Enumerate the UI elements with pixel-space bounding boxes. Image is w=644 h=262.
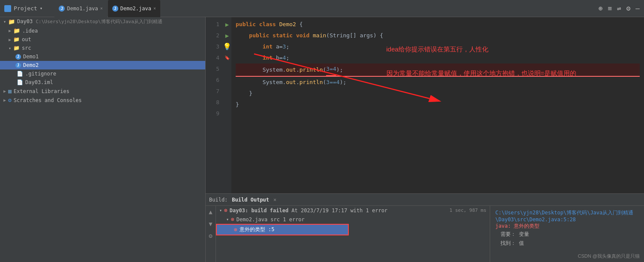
tab-demo2[interactable]: J Demo2.java × bbox=[108, 0, 160, 17]
tab-demo1-close[interactable]: × bbox=[100, 6, 103, 11]
arrow-day03: ▾ bbox=[3, 19, 6, 24]
sidebar-item-src[interactable]: ▾ 📁 src bbox=[0, 44, 205, 52]
tab-demo2-label: Demo2.java bbox=[120, 6, 151, 12]
sidebar-item-day03[interactable]: ▾ 📁 Day03 C:\Users\yjn28\Desktop\博客代码\Ja… bbox=[0, 17, 205, 26]
build-time: 1 sec, 987 ms bbox=[449, 208, 486, 213]
build-item-day03[interactable]: ▾ ⊗ Day03: build failed At 2023/7/19 17:… bbox=[216, 206, 490, 215]
editor-tab-bar: J Demo1.java × J Demo2.java × bbox=[54, 0, 160, 17]
code-line-1: public class Demo2 { bbox=[236, 19, 640, 30]
build-scroll-up[interactable]: ▲ bbox=[207, 208, 215, 216]
code-line-5: System.out.println(3=4); bbox=[236, 63, 640, 77]
arrow-out: ▶ bbox=[9, 37, 11, 42]
sidebar-item-gitignore[interactable]: 📄 .gitignore bbox=[0, 69, 205, 78]
project-sidebar: ▾ 📁 Day03 C:\Users\yjn28\Desktop\博客代码\Ja… bbox=[0, 17, 206, 262]
code-line-6: System.out.println(3==4); bbox=[236, 77, 640, 88]
build-error-line3: 找到： 值 bbox=[495, 239, 639, 248]
line-numbers: 1 2 3 4 5 6 7 8 9 bbox=[206, 17, 223, 193]
scratches-icon: ⚙ bbox=[8, 97, 12, 103]
arrow-idea: ▶ bbox=[9, 28, 11, 33]
iml-label: Day03.iml bbox=[25, 79, 53, 85]
code-line-2: public static void main(String[] args) { bbox=[236, 30, 640, 41]
iml-file-icon: 📄 bbox=[17, 79, 23, 85]
ext-libs-icon: ▦ bbox=[8, 88, 12, 94]
code-line-8: } bbox=[236, 99, 640, 110]
tab-demo1[interactable]: J Demo1.java × bbox=[54, 0, 107, 17]
build-error-line1: java: 意外的类型 bbox=[495, 223, 639, 230]
build-error-detail-label: 意外的类型 :5 bbox=[240, 226, 275, 233]
demo2-java-icon: J bbox=[112, 6, 118, 12]
demo1-icon: J bbox=[15, 54, 21, 60]
demo2-label: Demo2 bbox=[23, 62, 39, 68]
project-title-area: Project ▾ bbox=[4, 5, 42, 12]
build-error-line2: 需要： 变量 bbox=[495, 230, 639, 239]
build-error-icon-demo2: ⊗ bbox=[231, 216, 234, 223]
idea-folder-icon: 📁 bbox=[13, 27, 20, 34]
build-error-icon-detail: ⊗ bbox=[234, 226, 237, 233]
sidebar-item-idea[interactable]: ▶ 📁 .idea bbox=[0, 26, 205, 35]
build-left-panel: ▾ ⊗ Day03: build failed At 2023/7/19 17:… bbox=[216, 206, 490, 262]
src-folder-icon: 📁 bbox=[13, 45, 20, 51]
build-file-link[interactable]: C:\Users\yjn28\Desktop\博客代码\Java从入门到精通\D… bbox=[495, 210, 633, 223]
code-editor[interactable]: public class Demo2 { public static void … bbox=[231, 17, 644, 193]
csdn-watermark: CSDN @我头像真的只是只猫 bbox=[578, 253, 640, 259]
editor-content: 1 2 3 4 5 6 7 8 9 ▶ ▶ 💡 🔖 bbox=[206, 17, 644, 193]
editor-gutter: ▶ ▶ 💡 🔖 bbox=[223, 17, 231, 193]
code-line-7: } bbox=[236, 88, 640, 99]
build-item-error-detail[interactable]: ⊗ 意外的类型 :5 bbox=[216, 224, 349, 235]
project-dropdown-arrow[interactable]: ▾ bbox=[40, 6, 43, 11]
gitignore-label: .gitignore bbox=[25, 71, 56, 77]
list-icon[interactable]: ≡ bbox=[608, 4, 612, 12]
arrow-scratches: ▶ bbox=[3, 98, 6, 102]
expand-demo2-src[interactable]: ▾ bbox=[226, 217, 229, 222]
sidebar-item-ext-libs[interactable]: ▶ ▦ External Libraries bbox=[0, 87, 205, 96]
ext-libs-label: External Libraries bbox=[14, 88, 69, 94]
bulb-icon[interactable]: 💡 bbox=[223, 41, 231, 52]
project-label: Project bbox=[14, 5, 37, 12]
split-icon[interactable]: ⇌ bbox=[617, 4, 621, 12]
build-demo2-label: Demo2.java src 1 error bbox=[237, 217, 305, 223]
out-label: out bbox=[22, 36, 31, 42]
sidebar-item-demo2[interactable]: J Demo2 bbox=[0, 61, 205, 69]
add-icon[interactable]: ⊕ bbox=[599, 4, 603, 12]
build-tab-bar: Build: Build Output × bbox=[206, 194, 644, 206]
demo1-label: Demo1 bbox=[23, 54, 39, 60]
tab-demo2-close[interactable]: × bbox=[153, 6, 156, 11]
day03-folder-icon: 📁 bbox=[8, 18, 15, 25]
build-label: Build: bbox=[209, 197, 228, 203]
arrow-src: ▾ bbox=[9, 46, 11, 51]
arrow-ext-libs: ▶ bbox=[3, 89, 6, 93]
title-action-icons: ⊕ ≡ ⇌ ⚙ — bbox=[599, 4, 640, 12]
build-item-demo2-src[interactable]: ▾ ⊗ Demo2.java src 1 error bbox=[216, 215, 490, 224]
tab-demo1-label: Demo1.java bbox=[67, 6, 98, 12]
sidebar-item-demo1[interactable]: J Demo1 bbox=[0, 52, 205, 61]
run-line2-btn[interactable]: ▶ bbox=[223, 30, 231, 41]
build-side-toolbar: ▲ ▼ ⚙ bbox=[206, 206, 216, 262]
sidebar-item-iml[interactable]: 📄 Day03.iml bbox=[0, 78, 205, 87]
bookmark-line6: 🔖 bbox=[223, 52, 231, 63]
build-tool-btn[interactable]: ⚙ bbox=[207, 232, 215, 240]
out-folder-icon: 📁 bbox=[13, 36, 20, 42]
gitignore-file-icon: 📄 bbox=[17, 71, 23, 77]
minimize-icon[interactable]: — bbox=[635, 4, 640, 12]
settings-icon[interactable]: ⚙ bbox=[626, 4, 631, 12]
build-output-tab[interactable]: Build Output bbox=[232, 197, 269, 203]
code-line-4: int b=4; bbox=[236, 52, 640, 63]
build-panel: Build: Build Output × ▲ ▼ ⚙ ▾ bbox=[206, 193, 644, 262]
sidebar-item-out[interactable]: ▶ 📁 out bbox=[0, 35, 205, 44]
editor-area: 1 2 3 4 5 6 7 8 9 ▶ ▶ 💡 🔖 bbox=[206, 17, 644, 262]
day03-label: Day03 C:\Users\yjn28\Desktop\博客代码\Java从入… bbox=[17, 18, 162, 25]
main-content: ▾ 📁 Day03 C:\Users\yjn28\Desktop\博客代码\Ja… bbox=[0, 17, 644, 262]
src-label: src bbox=[22, 45, 31, 51]
project-icon bbox=[4, 5, 11, 12]
code-line-3: int a=3; bbox=[236, 41, 640, 52]
expand-day03[interactable]: ▾ bbox=[219, 208, 222, 213]
sidebar-item-scratches[interactable]: ▶ ⚙ Scratches and Consoles bbox=[0, 96, 205, 105]
build-output-close[interactable]: × bbox=[273, 197, 276, 203]
demo1-java-icon: J bbox=[59, 6, 65, 12]
build-scroll-down[interactable]: ▼ bbox=[207, 220, 215, 228]
run-line1-btn[interactable]: ▶ bbox=[223, 19, 231, 30]
build-day03-label: Day03: build failed At 2023/7/19 17:17 w… bbox=[230, 208, 387, 214]
build-error-icon-day03: ⊗ bbox=[224, 207, 228, 214]
title-bar: Project ▾ J Demo1.java × J Demo2.java × … bbox=[0, 0, 644, 17]
scratches-label: Scratches and Consoles bbox=[14, 97, 82, 103]
